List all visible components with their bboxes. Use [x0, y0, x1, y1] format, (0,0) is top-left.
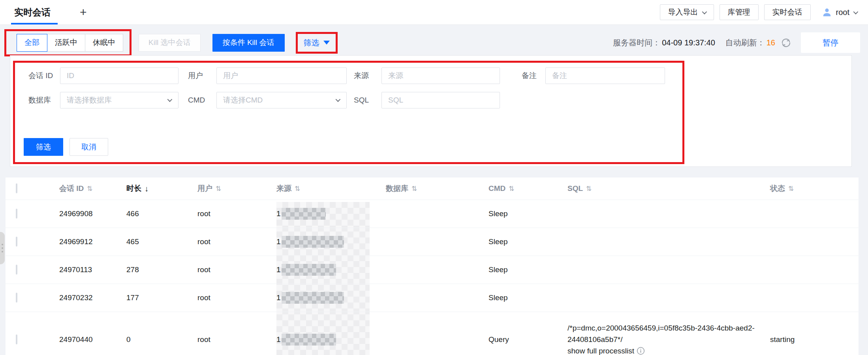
user-label: 用户 — [188, 71, 210, 81]
cell-user: root — [197, 237, 276, 246]
tab-realtime-session[interactable]: 实时会话 — [14, 0, 51, 24]
row-checkbox[interactable] — [16, 209, 17, 219]
cell-cmd: Sleep — [488, 209, 567, 218]
column-header-session-id[interactable]: 会话 ID⇅ — [59, 183, 126, 194]
filter-field-source: 来源 — [354, 67, 500, 84]
database-label: 数据库 — [28, 95, 54, 105]
cell-session-id: 24970440 — [59, 335, 126, 344]
info-icon[interactable] — [637, 347, 645, 355]
database-select[interactable]: 请选择数据库 — [60, 92, 178, 108]
tab-active-underline — [11, 23, 58, 24]
sort-icon: ⇅ — [411, 185, 417, 193]
cell-duration: 177 — [126, 293, 197, 302]
library-manage-button[interactable]: 库管理 — [720, 4, 759, 20]
cell-session-id: 24970113 — [59, 265, 126, 274]
filter-field-cmd: CMD 请选择CMD — [188, 92, 347, 108]
select-all-checkbox[interactable] — [16, 183, 17, 193]
sort-icon: ⇅ — [586, 185, 592, 193]
table-header-row: 会话 ID⇅ 时长↓ 用户⇅ 来源⇅ 数据库⇅ CMD⇅ SQL⇅ 状态⇅ — [6, 178, 859, 200]
filter-submit-button[interactable]: 筛选 — [24, 138, 63, 156]
annotation-box-segments: 全部 活跃中 休眠中 — [4, 29, 132, 56]
sort-icon: ⇅ — [295, 185, 300, 193]
refresh-icon[interactable] — [781, 37, 791, 48]
chevron-down-icon — [336, 97, 341, 102]
session-state-segmented-control: 全部 活跃中 休眠中 — [17, 34, 123, 52]
cell-source: 1 — [276, 236, 386, 248]
filter-field-user: 用户 — [188, 67, 347, 84]
user-input[interactable] — [216, 67, 347, 84]
kill-selected-button[interactable]: Kill 选中会话 — [139, 34, 201, 52]
filter-toggle-button[interactable]: 筛选 — [304, 37, 330, 48]
filter-field-sql: SQL — [354, 92, 500, 108]
cell-duration: 278 — [126, 265, 197, 274]
sql-input[interactable] — [381, 92, 500, 108]
sort-icon: ⇅ — [216, 185, 221, 193]
redacted-source-mosaic — [282, 264, 336, 276]
cell-user: root — [197, 293, 276, 302]
filter-panel: 会话 ID 用户 来源 备注 数据库 请选择数据库 CMD 请选择CMD SQL… — [10, 55, 852, 167]
cell-source: 1 — [276, 264, 386, 276]
auto-refresh-label: 自动刷新： — [725, 37, 765, 48]
sort-icon: ⇅ — [87, 185, 92, 193]
table-row: 24970440 0 root 1 Query /*p=dmc,o=200043… — [6, 312, 859, 355]
redacted-source-mosaic — [282, 292, 344, 304]
cell-cmd: Sleep — [488, 265, 567, 274]
session-id-input[interactable] — [60, 67, 178, 84]
kill-by-condition-button[interactable]: 按条件 Kill 会话 — [212, 34, 285, 52]
drag-dots-icon — [2, 247, 3, 249]
column-header-sql[interactable]: SQL⇅ — [567, 184, 770, 193]
row-checkbox[interactable] — [16, 293, 17, 303]
realtime-session-button[interactable]: 实时会话 — [764, 4, 811, 20]
column-header-status[interactable]: 状态⇅ — [770, 183, 859, 194]
segment-sleeping[interactable]: 休眠中 — [85, 34, 123, 52]
row-checkbox[interactable] — [16, 334, 17, 344]
filter-field-remark: 备注 — [522, 67, 665, 84]
column-header-source[interactable]: 来源⇅ — [276, 183, 386, 194]
cell-source: 1 — [276, 334, 386, 346]
cell-session-id: 24969908 — [59, 209, 126, 218]
annotation-box-filter-toggle: 筛选 — [296, 32, 338, 54]
drawer-handle[interactable] — [0, 232, 5, 264]
cell-cmd: Sleep — [488, 293, 567, 302]
pause-button[interactable]: 暂停 — [801, 32, 860, 53]
filter-field-session-id: 会话 ID — [28, 67, 178, 84]
segment-all[interactable]: 全部 — [17, 34, 47, 52]
row-checkbox[interactable] — [16, 237, 17, 247]
remark-label: 备注 — [522, 71, 539, 81]
segment-active[interactable]: 活跃中 — [47, 34, 85, 52]
sort-icon: ⇅ — [788, 185, 794, 193]
user-avatar-icon — [822, 7, 832, 17]
column-header-user[interactable]: 用户⇅ — [197, 183, 276, 194]
cell-source: 1 — [276, 292, 386, 304]
tab-label: 实时会话 — [14, 6, 51, 19]
sql-label: SQL — [354, 96, 375, 105]
table-row: 24970232 177 root 1 Sleep — [6, 284, 859, 312]
remark-input[interactable] — [545, 67, 665, 84]
sort-icon: ⇅ — [509, 185, 514, 193]
filter-cancel-button[interactable]: 取消 — [70, 138, 108, 156]
chevron-down-icon — [702, 9, 707, 14]
redacted-source-mosaic — [282, 334, 336, 346]
toolbar-status-area: 服务器时间： 04-09 19:37:40 自动刷新： 16 暂停 — [613, 32, 860, 53]
cell-source: 1 — [276, 208, 386, 220]
source-input[interactable] — [381, 67, 500, 84]
redacted-source-mosaic — [282, 208, 326, 220]
sort-desc-icon: ↓ — [145, 184, 148, 193]
cmd-select[interactable]: 请选择CMD — [216, 92, 347, 108]
top-tab-bar: 实时会话 + 导入导出 库管理 实时会话 root — [0, 0, 868, 25]
topbar-actions: 导入导出 库管理 实时会话 root — [660, 4, 857, 20]
cell-duration: 465 — [126, 237, 197, 246]
column-header-cmd[interactable]: CMD⇅ — [488, 184, 567, 193]
cmd-label: CMD — [188, 96, 210, 105]
import-export-button[interactable]: 导入导出 — [660, 4, 714, 20]
new-tab-button[interactable]: + — [80, 6, 87, 18]
cell-sql: /*p=dmc,o=200043656459,i=05f8c35b-2436-4… — [567, 322, 770, 355]
sql-comment: /*p=dmc,o=200043656459,i=05f8c35b-2436-4… — [567, 322, 758, 345]
session-id-label: 会话 ID — [28, 71, 54, 81]
column-header-database[interactable]: 数据库⇅ — [386, 183, 488, 194]
cell-session-id: 24970232 — [59, 293, 126, 302]
user-menu[interactable]: root — [822, 7, 857, 17]
sql-statement: show full processlist — [567, 345, 634, 355]
column-header-duration[interactable]: 时长↓ — [126, 183, 197, 194]
row-checkbox[interactable] — [16, 265, 17, 275]
